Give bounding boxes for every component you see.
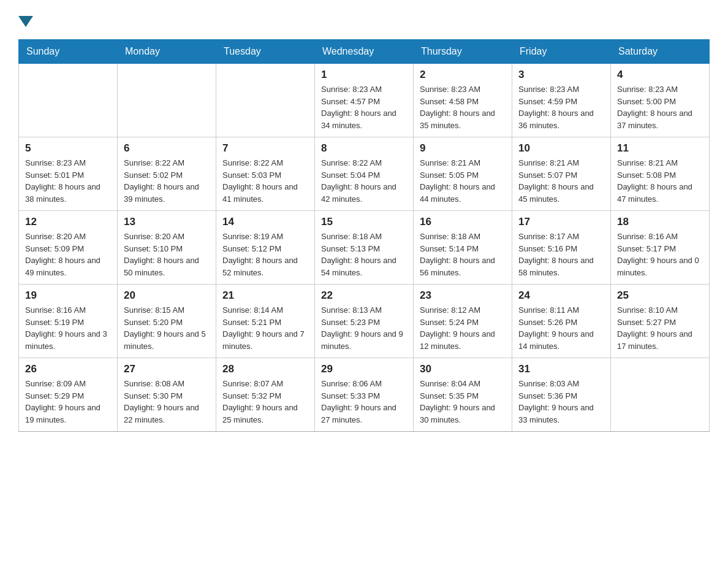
day-header-saturday: Saturday	[611, 40, 710, 64]
logo-arrow-icon	[18, 16, 33, 27]
day-header-wednesday: Wednesday	[315, 40, 414, 64]
calendar-cell: 22Sunrise: 8:13 AM Sunset: 5:23 PM Dayli…	[315, 285, 414, 358]
day-info: Sunrise: 8:20 AM Sunset: 5:10 PM Dayligh…	[124, 231, 210, 278]
day-number: 26	[25, 363, 111, 375]
calendar-cell: 10Sunrise: 8:21 AM Sunset: 5:07 PM Dayli…	[512, 137, 611, 211]
calendar-cell: 9Sunrise: 8:21 AM Sunset: 5:05 PM Daylig…	[414, 137, 512, 211]
calendar-cell: 1Sunrise: 8:23 AM Sunset: 4:57 PM Daylig…	[315, 64, 414, 137]
day-number: 7	[222, 142, 308, 155]
day-info: Sunrise: 8:22 AM Sunset: 5:04 PM Dayligh…	[321, 157, 407, 205]
day-number: 29	[321, 363, 407, 375]
day-info: Sunrise: 8:06 AM Sunset: 5:33 PM Dayligh…	[321, 378, 407, 426]
day-header-sunday: Sunday	[19, 40, 118, 64]
day-info: Sunrise: 8:09 AM Sunset: 5:29 PM Dayligh…	[25, 378, 111, 426]
day-number: 6	[124, 142, 210, 155]
logo	[18, 12, 33, 27]
day-header-friday: Friday	[512, 40, 611, 64]
day-number: 16	[420, 216, 506, 228]
day-info: Sunrise: 8:21 AM Sunset: 5:05 PM Dayligh…	[420, 157, 506, 205]
calendar-cell: 19Sunrise: 8:16 AM Sunset: 5:19 PM Dayli…	[19, 285, 118, 358]
calendar-cell: 14Sunrise: 8:19 AM Sunset: 5:12 PM Dayli…	[216, 211, 315, 285]
calendar-cell: 26Sunrise: 8:09 AM Sunset: 5:29 PM Dayli…	[19, 358, 118, 432]
day-number: 1	[321, 69, 407, 81]
day-info: Sunrise: 8:23 AM Sunset: 4:57 PM Dayligh…	[321, 83, 407, 131]
calendar-cell: 6Sunrise: 8:22 AM Sunset: 5:02 PM Daylig…	[118, 137, 216, 211]
day-info: Sunrise: 8:12 AM Sunset: 5:24 PM Dayligh…	[420, 304, 506, 352]
day-number: 30	[420, 363, 506, 375]
calendar-cell: 11Sunrise: 8:21 AM Sunset: 5:08 PM Dayli…	[611, 137, 710, 211]
day-info: Sunrise: 8:17 AM Sunset: 5:16 PM Dayligh…	[518, 231, 604, 278]
day-info: Sunrise: 8:15 AM Sunset: 5:20 PM Dayligh…	[124, 304, 210, 352]
day-number: 20	[124, 289, 210, 302]
day-header-thursday: Thursday	[414, 40, 512, 64]
calendar-header-row: SundayMondayTuesdayWednesdayThursdayFrid…	[19, 40, 710, 64]
day-number: 13	[124, 216, 210, 228]
calendar-cell: 27Sunrise: 8:08 AM Sunset: 5:30 PM Dayli…	[118, 358, 216, 432]
day-info: Sunrise: 8:21 AM Sunset: 5:08 PM Dayligh…	[617, 157, 703, 205]
day-info: Sunrise: 8:22 AM Sunset: 5:03 PM Dayligh…	[222, 157, 308, 205]
day-info: Sunrise: 8:23 AM Sunset: 4:59 PM Dayligh…	[518, 83, 604, 131]
calendar-cell: 30Sunrise: 8:04 AM Sunset: 5:35 PM Dayli…	[414, 358, 512, 432]
day-number: 31	[518, 363, 604, 375]
calendar-cell: 17Sunrise: 8:17 AM Sunset: 5:16 PM Dayli…	[512, 211, 611, 285]
calendar-cell: 21Sunrise: 8:14 AM Sunset: 5:21 PM Dayli…	[216, 285, 315, 358]
day-number: 15	[321, 216, 407, 228]
calendar-cell: 3Sunrise: 8:23 AM Sunset: 4:59 PM Daylig…	[512, 64, 611, 137]
day-number: 28	[222, 363, 308, 375]
calendar-cell: 4Sunrise: 8:23 AM Sunset: 5:00 PM Daylig…	[611, 64, 710, 137]
day-number: 2	[420, 69, 506, 81]
day-number: 8	[321, 142, 407, 155]
day-info: Sunrise: 8:14 AM Sunset: 5:21 PM Dayligh…	[222, 304, 308, 352]
day-info: Sunrise: 8:23 AM Sunset: 5:00 PM Dayligh…	[617, 83, 703, 131]
calendar-cell: 18Sunrise: 8:16 AM Sunset: 5:17 PM Dayli…	[611, 211, 710, 285]
day-number: 18	[617, 216, 703, 228]
calendar-week-3: 12Sunrise: 8:20 AM Sunset: 5:09 PM Dayli…	[19, 211, 710, 285]
calendar-cell	[19, 64, 118, 137]
calendar-cell	[216, 64, 315, 137]
day-header-tuesday: Tuesday	[216, 40, 315, 64]
day-number: 25	[617, 289, 703, 302]
day-info: Sunrise: 8:13 AM Sunset: 5:23 PM Dayligh…	[321, 304, 407, 352]
day-info: Sunrise: 8:16 AM Sunset: 5:17 PM Dayligh…	[617, 231, 703, 278]
calendar-cell: 8Sunrise: 8:22 AM Sunset: 5:04 PM Daylig…	[315, 137, 414, 211]
calendar-table: SundayMondayTuesdayWednesdayThursdayFrid…	[18, 39, 710, 432]
logo-text-container	[18, 12, 33, 27]
day-info: Sunrise: 8:20 AM Sunset: 5:09 PM Dayligh…	[25, 231, 111, 278]
day-info: Sunrise: 8:08 AM Sunset: 5:30 PM Dayligh…	[124, 378, 210, 426]
day-number: 21	[222, 289, 308, 302]
day-number: 5	[25, 142, 111, 155]
calendar-cell: 24Sunrise: 8:11 AM Sunset: 5:26 PM Dayli…	[512, 285, 611, 358]
page-header	[18, 12, 710, 27]
calendar-week-1: 1Sunrise: 8:23 AM Sunset: 4:57 PM Daylig…	[19, 64, 710, 137]
day-number: 24	[518, 289, 604, 302]
day-header-monday: Monday	[118, 40, 216, 64]
calendar-cell: 13Sunrise: 8:20 AM Sunset: 5:10 PM Dayli…	[118, 211, 216, 285]
calendar-cell	[118, 64, 216, 137]
day-info: Sunrise: 8:18 AM Sunset: 5:13 PM Dayligh…	[321, 231, 407, 278]
day-info: Sunrise: 8:03 AM Sunset: 5:36 PM Dayligh…	[518, 378, 604, 426]
calendar-cell: 5Sunrise: 8:23 AM Sunset: 5:01 PM Daylig…	[19, 137, 118, 211]
calendar-cell: 25Sunrise: 8:10 AM Sunset: 5:27 PM Dayli…	[611, 285, 710, 358]
day-info: Sunrise: 8:07 AM Sunset: 5:32 PM Dayligh…	[222, 378, 308, 426]
calendar-cell: 16Sunrise: 8:18 AM Sunset: 5:14 PM Dayli…	[414, 211, 512, 285]
day-number: 27	[124, 363, 210, 375]
day-number: 19	[25, 289, 111, 302]
calendar-cell: 12Sunrise: 8:20 AM Sunset: 5:09 PM Dayli…	[19, 211, 118, 285]
calendar-cell: 28Sunrise: 8:07 AM Sunset: 5:32 PM Dayli…	[216, 358, 315, 432]
calendar-cell: 29Sunrise: 8:06 AM Sunset: 5:33 PM Dayli…	[315, 358, 414, 432]
calendar-cell: 2Sunrise: 8:23 AM Sunset: 4:58 PM Daylig…	[414, 64, 512, 137]
day-number: 23	[420, 289, 506, 302]
day-info: Sunrise: 8:21 AM Sunset: 5:07 PM Dayligh…	[518, 157, 604, 205]
calendar-cell: 23Sunrise: 8:12 AM Sunset: 5:24 PM Dayli…	[414, 285, 512, 358]
calendar-cell	[611, 358, 710, 432]
day-info: Sunrise: 8:11 AM Sunset: 5:26 PM Dayligh…	[518, 304, 604, 352]
calendar-cell: 20Sunrise: 8:15 AM Sunset: 5:20 PM Dayli…	[118, 285, 216, 358]
day-info: Sunrise: 8:22 AM Sunset: 5:02 PM Dayligh…	[124, 157, 210, 205]
calendar-week-5: 26Sunrise: 8:09 AM Sunset: 5:29 PM Dayli…	[19, 358, 710, 432]
day-number: 4	[617, 69, 703, 81]
calendar-cell: 31Sunrise: 8:03 AM Sunset: 5:36 PM Dayli…	[512, 358, 611, 432]
calendar-cell: 7Sunrise: 8:22 AM Sunset: 5:03 PM Daylig…	[216, 137, 315, 211]
day-number: 10	[518, 142, 604, 155]
day-number: 14	[222, 216, 308, 228]
day-info: Sunrise: 8:19 AM Sunset: 5:12 PM Dayligh…	[222, 231, 308, 278]
